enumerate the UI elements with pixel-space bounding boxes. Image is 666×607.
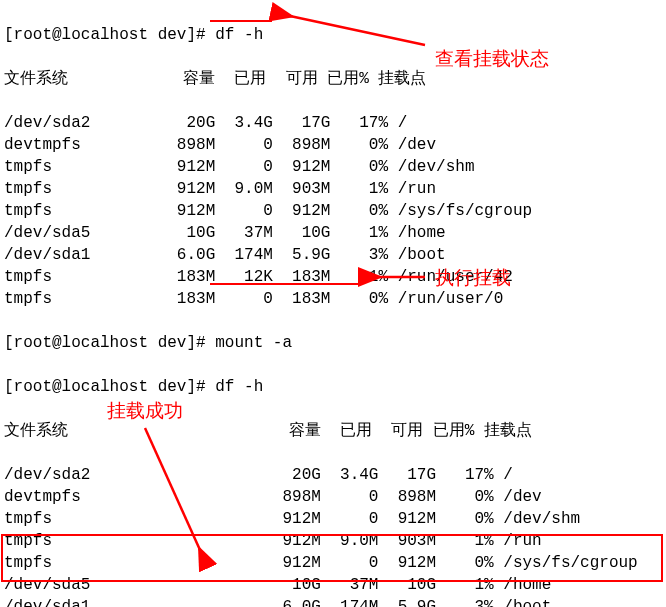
df-header: 文件系统 容量 已用 可用 已用% 挂载点 xyxy=(4,420,666,442)
terminal[interactable]: [root@localhost dev]# df -h 文件系统 容量 已用 可… xyxy=(0,0,666,607)
command: mount -a xyxy=(215,334,292,352)
annotation-execute: 执行挂载 xyxy=(435,267,511,289)
prompt: [root@localhost dev]# xyxy=(4,334,215,352)
prompt-line: [root@localhost dev]# mount -a xyxy=(4,332,666,354)
prompt: [root@localhost dev]# xyxy=(4,26,215,44)
prompt-line: [root@localhost dev]# df -h xyxy=(4,24,666,46)
df-header: 文件系统 容量 已用 可用 已用% 挂载点 xyxy=(4,68,666,90)
annotation-success: 挂载成功 xyxy=(107,400,183,422)
df-output-2: /dev/sda2 20G 3.4G 17G 17% / devtmpfs 89… xyxy=(4,464,666,607)
prompt: [root@localhost dev]# xyxy=(4,378,215,396)
prompt-line: [root@localhost dev]# df -h xyxy=(4,376,666,398)
annotation-check-status: 查看挂载状态 xyxy=(435,48,549,70)
command: df -h xyxy=(215,26,263,44)
command: df -h xyxy=(215,378,263,396)
df-output-1: /dev/sda2 20G 3.4G 17G 17% / devtmpfs 89… xyxy=(4,112,666,310)
